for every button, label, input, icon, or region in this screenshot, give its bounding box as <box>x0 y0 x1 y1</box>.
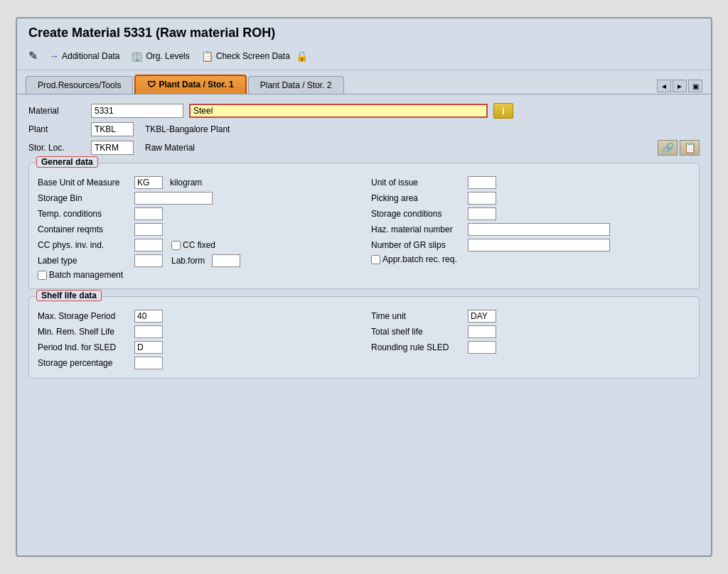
storage-conditions-input[interactable] <box>468 207 496 220</box>
check-screen-icon: 📋 <box>201 50 213 62</box>
header-fields: Material i Plant TKBL-Bangalore Plant St… <box>28 103 700 156</box>
min-rem-shelf-life-label: Min. Rem. Shelf Life <box>38 327 130 337</box>
container-reqmts-row: Container reqmts <box>38 222 357 237</box>
storage-conditions-label: Storage conditions <box>371 209 464 219</box>
storage-bin-input[interactable] <box>134 192 213 205</box>
org-levels-btn[interactable]: 🏢 Org. Levels <box>131 50 189 62</box>
tab-next-btn[interactable]: ► <box>673 80 687 92</box>
lab-form-input[interactable] <box>212 254 240 267</box>
tab-plant-data-1[interactable]: 🛡Plant Data / Stor. 1 <box>134 75 246 94</box>
period-ind-sled-label: Period Ind. for SLED <box>38 342 130 352</box>
general-data-title: General data <box>36 156 98 168</box>
stor-loc-label: Stor. Loc. <box>28 143 85 153</box>
stor-loc-code-input[interactable] <box>91 141 134 155</box>
batch-management-label: Batch management <box>49 270 123 280</box>
info-button[interactable]: i <box>493 103 513 119</box>
number-gr-slips-input[interactable] <box>468 239 610 251</box>
base-uom-name-text: kilogram <box>170 178 202 188</box>
material-name-input[interactable] <box>189 104 488 118</box>
total-shelf-life-row: Total shelf life <box>371 324 690 340</box>
arrow-right-icon: → <box>49 50 59 62</box>
storage-bin-label: Storage Bin <box>38 193 130 203</box>
link-btn[interactable]: 🔗 <box>658 140 678 156</box>
container-reqmts-input[interactable] <box>134 223 163 236</box>
shelf-life-section: Shelf life data Max. Storage Period Min.… <box>28 296 700 379</box>
haz-material-row: Haz. material number <box>371 222 690 237</box>
time-unit-row: Time unit <box>371 308 690 324</box>
plant-name-text: TKBL-Bangalore Plant <box>145 124 230 134</box>
max-storage-period-row: Max. Storage Period <box>38 308 357 324</box>
max-storage-period-input[interactable] <box>134 310 163 323</box>
shelf-life-title: Shelf life data <box>36 290 102 301</box>
tabs-area: Prod.Resources/Tools 🛡Plant Data / Stor.… <box>17 70 711 94</box>
cc-phys-inv-row: CC phys. inv. ind. CC fixed <box>38 237 357 253</box>
tab-prev-btn[interactable]: ◄ <box>657 80 671 92</box>
storage-conditions-row: Storage conditions <box>371 206 690 222</box>
batch-management-checkbox[interactable] <box>38 271 47 280</box>
tab-plant-data-2[interactable]: Plant Data / Stor. 2 <box>248 76 344 94</box>
picking-area-input[interactable] <box>468 192 496 205</box>
storage-percentage-row: Storage percentage <box>38 355 357 371</box>
appr-batch-checkbox[interactable] <box>371 255 380 264</box>
org-icon: 🏢 <box>131 50 143 62</box>
cc-fixed-checkbox[interactable] <box>171 241 181 250</box>
additional-data-btn[interactable]: → Additional Data <box>49 50 119 62</box>
time-unit-input[interactable] <box>468 310 496 323</box>
lab-form-label: Lab.form <box>171 256 205 266</box>
storage-percentage-label: Storage percentage <box>38 358 130 368</box>
copy-btn[interactable]: 📋 <box>680 140 700 156</box>
base-uom-label: Base Unit of Measure <box>38 178 130 188</box>
plant-label: Plant <box>28 124 85 134</box>
stor-loc-action-buttons: 🔗 📋 <box>658 140 700 156</box>
additional-data-label: Additional Data <box>62 51 119 61</box>
edit-icon-btn[interactable]: ✎ <box>28 49 38 63</box>
storage-bin-row: Storage Bin <box>38 190 357 206</box>
total-shelf-life-input[interactable] <box>468 325 496 338</box>
temp-conditions-row: Temp. conditions <box>38 206 357 222</box>
material-code-input[interactable] <box>91 104 183 118</box>
unit-of-issue-row: Unit of issue <box>371 175 690 190</box>
haz-material-input[interactable] <box>468 223 610 236</box>
base-uom-row: Base Unit of Measure kilogram <box>38 175 357 190</box>
window-title: Create Material 5331 (Raw material ROH) <box>28 26 700 40</box>
label-type-row: Label type Lab.form <box>38 253 357 269</box>
period-ind-sled-input[interactable] <box>134 341 163 354</box>
rounding-rule-sled-label: Rounding rule SLED <box>371 342 464 352</box>
label-type-label: Label type <box>38 256 130 266</box>
check-screen-label: Check Screen Data <box>216 51 290 61</box>
lock-icon: 🔒 <box>296 50 308 62</box>
cc-phys-inv-label: CC phys. inv. ind. <box>38 240 130 250</box>
tab-prod-resources[interactable]: Prod.Resources/Tools <box>26 76 133 94</box>
content-area: Material i Plant TKBL-Bangalore Plant St… <box>17 94 711 394</box>
tab-prod-label: Prod.Resources/Tools <box>38 80 121 90</box>
max-storage-period-label: Max. Storage Period <box>38 311 130 321</box>
tab-shield-icon: 🛡 <box>147 80 156 90</box>
material-label: Material <box>28 106 85 116</box>
stor-loc-name-text: Raw Material <box>145 143 195 153</box>
batch-management-row: Batch management <box>38 269 357 281</box>
org-levels-label: Org. Levels <box>146 51 189 61</box>
info-icon: i <box>502 106 505 117</box>
rounding-rule-sled-row: Rounding rule SLED <box>371 340 690 355</box>
plant-code-input[interactable] <box>91 122 134 136</box>
number-gr-slips-label: Number of GR slips <box>371 240 464 250</box>
temp-conditions-input[interactable] <box>134 207 163 220</box>
general-data-section: General data Base Unit of Measure kilogr… <box>28 163 700 289</box>
number-gr-slips-row: Number of GR slips <box>371 237 690 253</box>
tab-overview-btn[interactable]: ▣ <box>688 80 702 92</box>
haz-material-label: Haz. material number <box>371 224 464 234</box>
unit-of-issue-input[interactable] <box>468 176 496 189</box>
container-reqmts-label: Container reqmts <box>38 224 130 234</box>
cc-phys-inv-input[interactable] <box>134 239 163 251</box>
label-type-input[interactable] <box>134 254 163 267</box>
storage-percentage-input[interactable] <box>134 357 163 369</box>
rounding-rule-sled-input[interactable] <box>468 341 496 354</box>
total-shelf-life-label: Total shelf life <box>371 327 464 337</box>
base-uom-code-input[interactable] <box>134 176 163 189</box>
temp-conditions-label: Temp. conditions <box>38 209 130 219</box>
check-screen-data-btn[interactable]: 📋 Check Screen Data 🔒 <box>201 50 308 62</box>
period-ind-sled-row: Period Ind. for SLED <box>38 340 357 355</box>
unit-of-issue-label: Unit of issue <box>371 178 464 188</box>
tab-nav-buttons: ◄ ► ▣ <box>657 80 702 94</box>
min-rem-shelf-life-input[interactable] <box>134 325 163 338</box>
